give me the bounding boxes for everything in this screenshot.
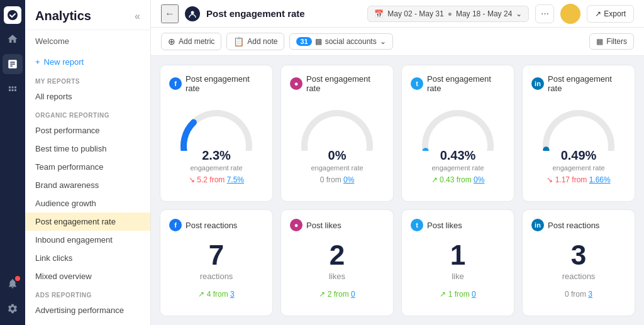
chevron-down-icon: ⌄ bbox=[380, 37, 386, 46]
card-header-2: t Post engagement rate bbox=[411, 74, 505, 93]
sidebar-welcome[interactable]: Welcome bbox=[25, 30, 150, 52]
sidebar-title: Analytics bbox=[35, 9, 91, 23]
gauge-label-2: engagement rate bbox=[431, 164, 484, 172]
count-card-stat-0: ↗ 4 from 3 bbox=[198, 290, 234, 299]
section-organic-reporting: ORGANIC REPORTING bbox=[25, 106, 150, 121]
nav-analytics-icon[interactable] bbox=[3, 54, 23, 74]
count-card-stat-3: 0 from 3 bbox=[565, 290, 592, 299]
card-stat-2: ↗ 0.43 from 0% bbox=[431, 175, 485, 184]
sidebar-item-mixed-overview[interactable]: Mixed overview bbox=[25, 267, 150, 285]
card-header-1: ● Post engagement rate bbox=[290, 74, 384, 93]
gauge-1 bbox=[296, 101, 378, 145]
user-avatar-btn[interactable] bbox=[560, 4, 580, 24]
count-card-title-3: Post reactions bbox=[548, 221, 599, 230]
sidebar-header: Analytics « bbox=[25, 0, 150, 30]
count-stat-prev-1[interactable]: 0 bbox=[351, 290, 355, 299]
nav-badge bbox=[15, 276, 20, 281]
back-button[interactable]: ← bbox=[161, 4, 179, 23]
date-range-1: May 02 - May 31 bbox=[387, 9, 443, 18]
bar-chart-icon: ▩ bbox=[315, 37, 322, 46]
toolbar: ⊕ Add metric 📋 Add note 31 ▩ social acco… bbox=[151, 28, 644, 56]
content-grid: f Post engagement rate 2.3% engagement r… bbox=[151, 56, 644, 325]
platform-icon-0: f bbox=[169, 77, 182, 90]
add-note-label: Add note bbox=[247, 37, 277, 46]
topbar-title: Post engagement rate bbox=[206, 8, 361, 19]
gauge-label-1: engagement rate bbox=[311, 164, 363, 172]
add-metric-label: Add metric bbox=[179, 37, 214, 46]
count-stat-prev-2[interactable]: 0 bbox=[472, 290, 476, 299]
export-icon: ↗ bbox=[595, 9, 601, 18]
sidebar-item-team-performance[interactable]: Team performance bbox=[25, 158, 150, 176]
engagement-card-1: ● Post engagement rate 0% engagement rat… bbox=[280, 65, 394, 202]
count-platform-icon-0: f bbox=[169, 219, 182, 231]
count-card-header-2: t Post likes bbox=[411, 219, 505, 231]
sidebar-item-audience-growth[interactable]: Audience growth bbox=[25, 194, 150, 212]
date-range-sep: ● bbox=[448, 9, 452, 18]
count-stat-prev-3[interactable]: 3 bbox=[588, 290, 592, 299]
nav-grid-icon[interactable] bbox=[3, 79, 23, 99]
engagement-card-2: t Post engagement rate 0.43% engagement … bbox=[401, 65, 514, 202]
card-count-value-0: 7 bbox=[209, 241, 224, 269]
sidebar-item-best-time[interactable]: Best time to publish bbox=[25, 140, 150, 158]
count-card-stat-1: ↗ 2 from 0 bbox=[319, 290, 355, 299]
nav-logo bbox=[4, 6, 21, 24]
count-card-title-1: Post likes bbox=[306, 221, 341, 230]
count-card-3: in Post reactions 3 reactions 0 from 3 bbox=[522, 209, 635, 316]
sidebar-item-post-performance[interactable]: Post performance bbox=[25, 121, 150, 140]
svg-point-0 bbox=[8, 10, 18, 20]
platform-icon-2: t bbox=[411, 77, 423, 90]
sidebar-item-brand-awareness[interactable]: Brand awareness bbox=[25, 176, 150, 194]
card-count-label-2: like bbox=[452, 272, 464, 281]
svg-point-1 bbox=[191, 11, 194, 14]
card-header-3: in Post engagement rate bbox=[531, 74, 626, 93]
sidebar-item-advertising-performance[interactable]: Advertising performance bbox=[25, 301, 150, 319]
section-ads-reporting: ADS REPORTING bbox=[25, 285, 150, 301]
card-header-0: f Post engagement rate bbox=[169, 74, 264, 93]
nav-bell-icon[interactable] bbox=[3, 273, 23, 294]
stat-prev-2[interactable]: 0% bbox=[474, 175, 484, 184]
card-title-2: Post engagement rate bbox=[427, 74, 505, 93]
chevron-down-icon: ⌄ bbox=[516, 9, 522, 18]
add-note-btn[interactable]: 📋 Add note bbox=[226, 33, 284, 50]
count-card-0: f Post reactions 7 reactions ↗ 4 from 3 bbox=[160, 209, 273, 316]
sidebar-item-post-engagement-rate[interactable]: Post engagement rate bbox=[25, 212, 150, 231]
stat-prev-3[interactable]: 1.66% bbox=[589, 175, 611, 184]
count-stat-prev-0[interactable]: 3 bbox=[230, 290, 235, 299]
stat-prev-0[interactable]: 7.5% bbox=[227, 175, 244, 184]
export-btn[interactable]: ↗ Export bbox=[587, 5, 634, 23]
date-range-2: May 18 - May 24 bbox=[456, 9, 512, 18]
sidebar-item-link-clicks[interactable]: Link clicks bbox=[25, 249, 150, 267]
stat-prev-1[interactable]: 0% bbox=[343, 175, 354, 184]
gauge-2 bbox=[417, 101, 499, 145]
nav-settings-icon[interactable] bbox=[3, 299, 23, 319]
gauge-label-3: engagement rate bbox=[552, 164, 604, 172]
export-label: Export bbox=[604, 9, 626, 18]
count-card-header-1: ● Post likes bbox=[290, 219, 384, 231]
platform-icon-1: ● bbox=[290, 77, 303, 90]
filters-btn[interactable]: ▦ Filters bbox=[589, 33, 634, 50]
sidebar-collapse-btn[interactable]: « bbox=[135, 11, 140, 22]
topbar-more-btn[interactable]: ⋯ bbox=[535, 4, 554, 23]
date-range-selector[interactable]: 📅 May 02 - May 31 ● May 18 - May 24 ⌄ bbox=[367, 6, 529, 22]
nav-home-icon[interactable] bbox=[3, 29, 23, 49]
social-accounts-btn[interactable]: 31 ▩ social accounts ⌄ bbox=[289, 33, 392, 50]
count-card-1: ● Post likes 2 likes ↗ 2 from 0 bbox=[280, 209, 394, 316]
new-report-btn[interactable]: + New report bbox=[35, 57, 140, 67]
gauge-3 bbox=[538, 101, 619, 145]
count-card-title-0: Post reactions bbox=[186, 221, 237, 230]
sidebar: Analytics « Welcome + New report MY REPO… bbox=[25, 0, 151, 325]
card-count-value-2: 1 bbox=[450, 241, 465, 269]
add-metric-btn[interactable]: ⊕ Add metric bbox=[161, 33, 221, 50]
sidebar-item-inbound-engagement[interactable]: Inbound engagement bbox=[25, 231, 150, 249]
card-count-value-3: 3 bbox=[571, 241, 586, 269]
note-icon: 📋 bbox=[233, 36, 244, 47]
sidebar-item-all-reports[interactable]: All reports bbox=[25, 87, 150, 106]
card-count-label-3: reactions bbox=[562, 272, 596, 281]
main-content: ← Post engagement rate 📅 May 02 - May 31… bbox=[151, 0, 644, 325]
social-count-badge: 31 bbox=[296, 37, 311, 46]
sidebar-new-report: + New report bbox=[25, 52, 150, 72]
plus-icon: + bbox=[35, 57, 40, 67]
card-stat-1: 0 from 0% bbox=[320, 175, 355, 184]
card-title-0: Post engagement rate bbox=[186, 74, 264, 93]
new-report-label: New report bbox=[44, 57, 84, 67]
